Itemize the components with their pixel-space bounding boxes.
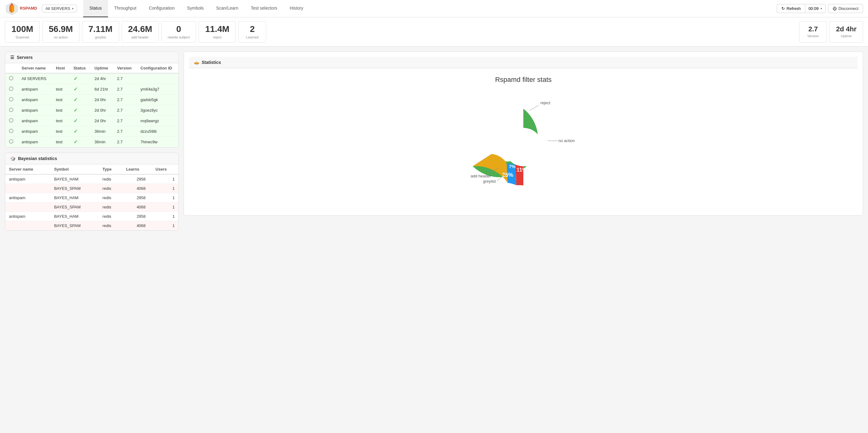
label-greylist-pct: 7% xyxy=(509,164,515,169)
radio-button[interactable] xyxy=(9,139,13,144)
cell-type: redis xyxy=(99,193,122,202)
disconnect-button[interactable]: ⏻ Disconnect xyxy=(828,4,863,13)
stat-version: 2.7 Version xyxy=(799,21,827,42)
timer-button[interactable]: 00:09 ▾ xyxy=(805,4,826,13)
logo: RSPAMD xyxy=(5,2,37,16)
cell-config-id xyxy=(137,73,178,84)
cell-server-name: antispam xyxy=(18,115,53,126)
label-add-header-pct: 25% xyxy=(502,172,513,178)
cell-users: 1 xyxy=(152,193,178,202)
chevron-down-icon: ▾ xyxy=(820,7,822,10)
cell-host: test xyxy=(52,126,69,136)
cell-uptime: 2d 4hr xyxy=(91,73,114,84)
table-row: antispam BAYES_HAM redis 2958 1 xyxy=(5,193,178,202)
refresh-label: Refresh xyxy=(787,6,801,11)
table-row: BAYES_SPAM redis 4068 1 xyxy=(5,202,178,212)
cell-version: 2.7 xyxy=(113,84,137,94)
check-icon: ✓ xyxy=(73,76,78,81)
cell-learns: 4068 xyxy=(122,202,152,212)
cell-type: redis xyxy=(99,174,122,184)
server-select[interactable]: All SERVERS ▾ xyxy=(42,5,77,12)
power-icon: ⏻ xyxy=(833,6,837,11)
cell-server: antispam xyxy=(5,174,50,184)
tab-throughput[interactable]: Throughput xyxy=(108,0,143,18)
cell-uptime: 2d 0hr xyxy=(91,115,114,126)
table-row: antispam BAYES_HAM redis 2958 1 xyxy=(5,174,178,184)
label-reject-pct: 11% xyxy=(517,167,527,173)
table-row[interactable]: antispam test ✓ 36min 2.7 dzzu598i xyxy=(5,126,178,136)
cell-symbol: BAYES_SPAM xyxy=(50,221,99,230)
col-uptime: Uptime xyxy=(91,63,114,73)
refresh-button[interactable]: ↻ Refresh xyxy=(777,4,805,13)
refresh-icon: ↻ xyxy=(781,6,785,11)
col-learns: Learns xyxy=(122,164,152,174)
statistics-body: Rspamd filter stats xyxy=(189,68,858,210)
cell-version: 2.7 xyxy=(113,126,137,136)
cell-learns: 4068 xyxy=(122,184,152,193)
tab-scan-learn[interactable]: Scan/Learn xyxy=(210,0,245,18)
servers-card-header: ☰ Servers xyxy=(5,52,178,63)
tab-configuration[interactable]: Configuration xyxy=(143,0,181,18)
table-row[interactable]: antispam test ✓ 2d 0hr 2.7 3goez8yc xyxy=(5,105,178,115)
table-row: antispam BAYES_HAM redis 2958 1 xyxy=(5,212,178,221)
bayesian-card-header: 🎲 Bayesian statistics xyxy=(5,153,178,164)
col-server-name: Server name xyxy=(18,63,53,73)
table-row[interactable]: antispam test ✓ 2d 0hr 2.7 mq9awrgz xyxy=(5,115,178,126)
cell-status: ✓ xyxy=(70,94,91,105)
nav-actions: ↻ Refresh 00:09 ▾ ⏻ Disconnect xyxy=(777,4,863,13)
table-row[interactable]: antispam test ✓ 6d 21hr 2.7 ym64a3g7 xyxy=(5,84,178,94)
radio-button[interactable] xyxy=(9,76,13,80)
cell-uptime: 2d 0hr xyxy=(91,94,114,105)
cell-version: 2.7 xyxy=(113,94,137,105)
cell-type: redis xyxy=(99,184,122,193)
table-row[interactable]: All SERVERS ✓ 2d 4hr 2.7 xyxy=(5,73,178,84)
stat-scanned: 100M Scanned xyxy=(5,21,40,42)
cell-host: test xyxy=(52,136,69,147)
radio-button[interactable] xyxy=(9,97,13,101)
radio-button[interactable] xyxy=(9,107,13,112)
statistics-title: Statistics xyxy=(202,60,221,65)
right-panel: 🥧 Statistics Rspamd filter stats xyxy=(184,52,863,216)
cell-status: ✓ xyxy=(70,84,91,94)
statistics-card-header: 🥧 Statistics xyxy=(189,57,858,68)
cell-type: redis xyxy=(99,212,122,221)
cell-uptime: 36min xyxy=(91,126,114,136)
stat-reject: 11.4M reject xyxy=(198,21,236,42)
cell-config-id: 7hinec9w xyxy=(137,136,178,147)
col-symbol: Symbol xyxy=(50,164,99,174)
cell-host: test xyxy=(52,105,69,115)
cell-uptime: 6d 21hr xyxy=(91,84,114,94)
cell-users: 1 xyxy=(152,202,178,212)
chart-container: 57% 25% 7% 11% reject greylis xyxy=(194,91,853,203)
left-panel: ☰ Servers Server name Host Status Uptime… xyxy=(5,52,179,231)
cell-server xyxy=(5,221,50,230)
cell-learns: 2958 xyxy=(122,212,152,221)
cell-status: ✓ xyxy=(70,136,91,147)
refresh-button-group: ↻ Refresh 00:09 ▾ xyxy=(777,4,826,13)
stat-add-header: 24.6M add header xyxy=(122,21,159,42)
radio-button[interactable] xyxy=(9,118,13,123)
tab-status[interactable]: Status xyxy=(83,0,108,18)
cell-server: antispam xyxy=(5,193,50,202)
cell-uptime: 2d 0hr xyxy=(91,105,114,115)
table-row[interactable]: antispam test ✓ 36min 2.7 7hinec9w xyxy=(5,136,178,147)
cell-status: ✓ xyxy=(70,105,91,115)
cell-symbol: BAYES_HAM xyxy=(50,193,99,202)
tab-history[interactable]: History xyxy=(283,0,310,18)
table-row[interactable]: antispam test ✓ 2d 0hr 2.7 gadsb5gk xyxy=(5,94,178,105)
stat-no-action: 56.9M no action xyxy=(42,21,80,42)
cell-server-name: antispam xyxy=(18,126,53,136)
stat-rewrite-subject: 0 rewrite subject xyxy=(161,21,196,42)
col-users: Users xyxy=(152,164,178,174)
col-config-id: Configuration ID xyxy=(137,63,178,73)
main-content: ☰ Servers Server name Host Status Uptime… xyxy=(0,47,868,236)
tab-test-selectors[interactable]: Test selectors xyxy=(244,0,283,18)
radio-button[interactable] xyxy=(9,87,13,91)
cell-server-name: antispam xyxy=(18,136,53,147)
col-server-name: Server name xyxy=(5,164,50,174)
radio-button[interactable] xyxy=(9,129,13,133)
cell-status: ✓ xyxy=(70,115,91,126)
check-icon: ✓ xyxy=(73,97,78,102)
tab-symbols[interactable]: Symbols xyxy=(181,0,210,18)
cell-learns: 2958 xyxy=(122,193,152,202)
